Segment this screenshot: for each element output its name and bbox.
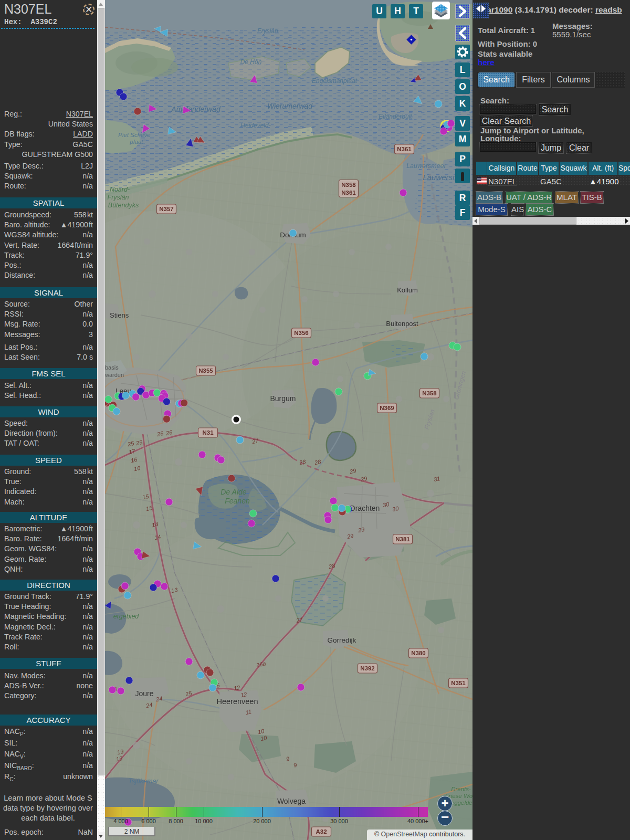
svg-text:N355: N355 — [198, 368, 213, 374]
svg-text:De Hôn: De Hôn — [240, 58, 262, 66]
svg-text:Gorredijk: Gorredijk — [328, 636, 356, 644]
svg-text:Amelanderwad: Amelanderwad — [171, 105, 221, 113]
svg-text:Tsjûkemar: Tsjûkemar — [128, 778, 159, 785]
svg-text:31: 31 — [433, 475, 440, 482]
svg-text:Kollum: Kollum — [397, 286, 418, 294]
svg-text:Heerenveen: Heerenveen — [217, 697, 258, 706]
svg-text:Drents-: Drents- — [451, 786, 471, 792]
svg-text:N392: N392 — [360, 665, 375, 671]
svg-text:Piet Scheve: Piet Scheve — [118, 132, 150, 138]
svg-text:Lauwersmeer: Lauwersmeer — [406, 162, 447, 170]
svg-text:A32: A32 — [316, 828, 327, 835]
svg-text:N358: N358 — [422, 390, 437, 396]
svg-text:N358: N358 — [341, 182, 356, 188]
svg-text:Buitenpost: Buitenpost — [386, 320, 418, 328]
svg-text:N357: N357 — [159, 206, 174, 212]
svg-text:plaat: plaat — [130, 139, 144, 145]
svg-text:warden: warden — [105, 372, 124, 378]
svg-text:Eilanderbult: Eilanderbult — [379, 113, 412, 120]
svg-text:Stiens: Stiens — [110, 311, 129, 319]
svg-text:N361: N361 — [341, 190, 356, 196]
svg-text:Heideveld-: Heideveld- — [240, 122, 270, 129]
svg-text:Feanen: Feanen — [225, 497, 250, 505]
svg-text:12: 12 — [240, 691, 247, 698]
svg-text:Wolvega: Wolvega — [277, 797, 306, 805]
svg-text:N356: N356 — [294, 330, 309, 336]
svg-text:ergebied: ergebied — [113, 613, 140, 620]
svg-text:12: 12 — [233, 684, 240, 691]
svg-text:Wierumerwad: Wierumerwad — [267, 102, 313, 110]
svg-text:N361: N361 — [397, 146, 412, 152]
svg-text:basis: basis — [105, 364, 119, 371]
svg-text:De Alde: De Alde — [220, 488, 247, 496]
svg-text:19: 19 — [116, 755, 123, 762]
svg-text:Noard-: Noard- — [110, 186, 130, 193]
svg-text:N31: N31 — [202, 429, 214, 436]
svg-text:N381: N381 — [395, 536, 410, 542]
svg-text:N369: N369 — [380, 405, 394, 411]
svg-text:Fryslân: Fryslân — [257, 27, 278, 35]
svg-text:Burgum: Burgum — [270, 394, 296, 403]
svg-text:11: 11 — [245, 708, 252, 716]
svg-text:14: 14 — [151, 521, 159, 528]
svg-text:Drachten: Drachten — [350, 504, 380, 512]
svg-text:19: 19 — [117, 748, 124, 755]
svg-text:Bûtendyks: Bûtendyks — [108, 202, 139, 209]
svg-text:Joure: Joure — [135, 689, 153, 698]
svg-text:Fryslân: Fryslân — [108, 194, 129, 201]
svg-text:Engelsmanplaat: Engelsmanplaat — [312, 77, 358, 85]
svg-text:N351: N351 — [451, 680, 466, 686]
svg-text:N380: N380 — [411, 650, 426, 656]
svg-text:Lauwersm: Lauwersm — [423, 173, 459, 182]
svg-text:14: 14 — [154, 533, 161, 541]
